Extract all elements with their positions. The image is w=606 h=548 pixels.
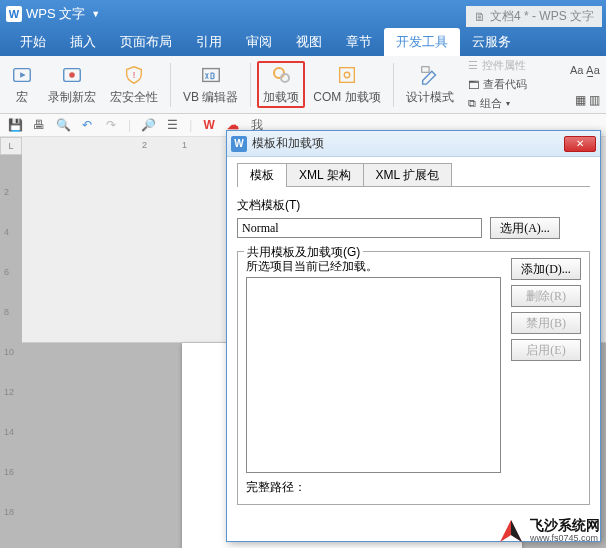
qat-separator: | [189, 118, 192, 132]
add-button[interactable]: 添加(D)... [511, 258, 581, 280]
vruler-tick: 18 [4, 507, 14, 517]
hruler-tick: 1 [182, 140, 187, 150]
disable-button[interactable]: 禁用(B) [511, 312, 581, 334]
select-icon[interactable]: ☰ [165, 118, 179, 132]
control-properties-label: 控件属性 [482, 58, 526, 73]
doc-template-row: 选用(A)... [237, 217, 590, 239]
vb-editor-icon [199, 63, 223, 87]
select-template-button[interactable]: 选用(A)... [490, 217, 560, 239]
full-path-label: 完整路径： [246, 479, 503, 496]
control-properties-button[interactable]: ☰ 控件属性 [466, 57, 529, 74]
macro-security-label: 宏安全性 [110, 89, 158, 106]
doc-title: 🗎 文档4 * - WPS 文字 [466, 6, 602, 27]
enable-button[interactable]: 启用(E) [511, 339, 581, 361]
macro-icon [10, 63, 34, 87]
dialog-body: 模板 XML 架构 XML 扩展包 文档模板(T) 选用(A)... 共用模板及… [227, 157, 600, 515]
svg-marker-12 [511, 520, 522, 542]
dialog-tabs: 模板 XML 架构 XML 扩展包 [237, 163, 590, 187]
separator [250, 63, 251, 107]
find-icon[interactable]: 🔎 [141, 118, 155, 132]
watermark-url: www.fs0745.com [530, 534, 600, 544]
gear-icon [269, 63, 293, 87]
code-icon: 🗔 [468, 79, 479, 91]
chevron-down-icon: ▾ [506, 99, 510, 108]
tab-view[interactable]: 视图 [284, 28, 334, 56]
vb-editor-label: VB 编辑器 [183, 89, 238, 106]
vruler-tick: 14 [4, 427, 14, 437]
tab-review[interactable]: 审阅 [234, 28, 284, 56]
remove-button[interactable]: 删除(R) [511, 285, 581, 307]
record-macro-label: 录制新宏 [48, 89, 96, 106]
shield-icon: ! [122, 63, 146, 87]
wps-logo-icon[interactable]: W [202, 118, 216, 132]
redo-icon[interactable]: ↷ [104, 118, 118, 132]
macro-button[interactable]: 宏 [4, 61, 40, 108]
combine-label: 组合 [480, 96, 502, 111]
print-icon[interactable]: 🖶 [32, 118, 46, 132]
svg-text:!: ! [133, 70, 136, 80]
macro-security-button[interactable]: ! 宏安全性 [104, 61, 164, 108]
addins-label: 加载项 [263, 89, 299, 106]
more-controls-icon[interactable]: ▦ ▥ [575, 93, 600, 107]
dialog-tab-xml-expansion[interactable]: XML 扩展包 [363, 163, 453, 187]
svg-point-6 [274, 68, 284, 78]
svg-point-9 [344, 72, 350, 78]
button-column: 添加(D)... 删除(R) 禁用(B) 启用(E) [511, 258, 581, 496]
tab-cloud[interactable]: 云服务 [460, 28, 523, 56]
app-icon: W [6, 6, 22, 22]
ribbon-tabbar: 开始 插入 页面布局 引用 审阅 视图 章节 开发工具 云服务 [0, 28, 606, 56]
app-name: WPS 文字 [26, 5, 85, 23]
tab-insert[interactable]: 插入 [58, 28, 108, 56]
svg-rect-8 [340, 68, 355, 83]
group-icon: ⧉ [468, 97, 476, 110]
watermark-name: 飞沙系统网 [530, 518, 600, 533]
vruler-tick: 2 [4, 187, 9, 197]
control-panel-col: ☰ 控件属性 🗔 查看代码 ⧉ 组合 ▾ [466, 57, 529, 112]
addins-button[interactable]: 加载项 [257, 61, 305, 108]
svg-marker-1 [20, 72, 26, 78]
watermark-logo-icon [498, 518, 524, 544]
titlebar: W WPS 文字 ▼ 🗎 文档4 * - WPS 文字 [0, 0, 606, 28]
app-menu-dropdown-icon[interactable]: ▼ [91, 9, 100, 19]
vruler-tick: 6 [4, 267, 9, 277]
font-size-indicator: Aa A̲a [570, 64, 600, 77]
vruler-tick: 4 [4, 227, 9, 237]
print-preview-icon[interactable]: 🔍 [56, 118, 70, 132]
macro-label: 宏 [16, 89, 28, 106]
vruler-tick: 10 [4, 347, 14, 357]
combine-button[interactable]: ⧉ 组合 ▾ [466, 95, 529, 112]
dialog-titlebar[interactable]: W 模板和加载项 ✕ [227, 131, 600, 157]
undo-icon[interactable]: ↶ [80, 118, 94, 132]
design-mode-icon [418, 63, 442, 87]
dialog-tab-template[interactable]: 模板 [237, 163, 287, 187]
tab-page-layout[interactable]: 页面布局 [108, 28, 184, 56]
tab-start[interactable]: 开始 [8, 28, 58, 56]
tab-references[interactable]: 引用 [184, 28, 234, 56]
group-legend: 共用模板及加载项(G) [244, 244, 363, 261]
save-icon[interactable]: 💾 [8, 118, 22, 132]
separator [393, 63, 394, 107]
record-macro-button[interactable]: 录制新宏 [42, 61, 102, 108]
svg-point-3 [69, 72, 75, 78]
com-addins-label: COM 加载项 [313, 89, 380, 106]
doc-title-text: 文档4 * - WPS 文字 [490, 8, 594, 25]
design-mode-button[interactable]: 设计模式 [400, 61, 460, 108]
vruler-tick: 16 [4, 467, 14, 477]
doc-template-input[interactable] [237, 218, 482, 238]
svg-rect-10 [421, 67, 428, 73]
addins-listbox[interactable] [246, 277, 501, 473]
dialog-icon: W [231, 136, 247, 152]
close-button[interactable]: ✕ [564, 136, 596, 152]
dialog-tab-xml-schema[interactable]: XML 架构 [286, 163, 364, 187]
vb-editor-button[interactable]: VB 编辑器 [177, 61, 244, 108]
doc-icon: 🗎 [474, 10, 486, 24]
vruler-tick: 8 [4, 307, 9, 317]
dialog-title-text: 模板和加载项 [252, 135, 324, 152]
hruler-tick: 2 [142, 140, 147, 150]
view-code-button[interactable]: 🗔 查看代码 [466, 76, 529, 93]
com-addins-button[interactable]: COM 加载项 [307, 61, 386, 108]
tab-developer[interactable]: 开发工具 [384, 28, 460, 56]
com-addins-icon [335, 63, 359, 87]
tab-chapters[interactable]: 章节 [334, 28, 384, 56]
vruler-tick: 12 [4, 387, 14, 397]
